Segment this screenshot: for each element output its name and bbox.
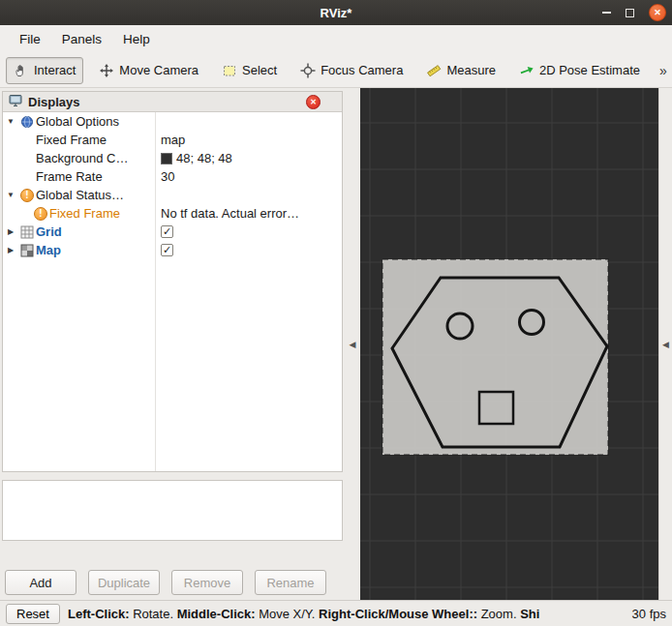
displays-buttons: Add Duplicate Remove Rename bbox=[5, 570, 326, 595]
menubar: File Panels Help bbox=[0, 25, 672, 53]
render-canvas bbox=[360, 88, 658, 600]
map-icon bbox=[18, 244, 36, 257]
expand-right-panel-icon[interactable]: ◀ bbox=[662, 340, 669, 349]
main-area: Displays ✕ ▼ Global Options bbox=[0, 88, 672, 600]
tool-label: Focus Camera bbox=[321, 63, 403, 77]
row-label: Grid bbox=[36, 224, 62, 239]
tool-2d-pose-estimate[interactable]: 2D Pose Estimate bbox=[511, 57, 648, 84]
collapse-left-icon[interactable]: ◀ bbox=[350, 340, 356, 349]
panel-splitter[interactable]: ◀ bbox=[345, 88, 360, 600]
grid-enabled-checkbox[interactable]: ✓ bbox=[161, 225, 173, 238]
remove-button[interactable]: Remove bbox=[171, 570, 243, 595]
row-label: Global Status… bbox=[36, 188, 124, 202]
row-value: No tf data. Actual error… bbox=[161, 206, 299, 221]
toolbar: Interact Move Camera Select Focus Camera… bbox=[0, 53, 672, 88]
map-enabled-checkbox[interactable]: ✓ bbox=[161, 244, 173, 256]
expand-arrow-icon[interactable]: ▼ bbox=[3, 117, 18, 126]
row-label: Global Options bbox=[36, 114, 119, 129]
panel-close-button[interactable]: ✕ bbox=[306, 95, 321, 109]
tool-label: Interact bbox=[34, 63, 76, 77]
displays-tree: ▼ Global Options Fixed Frame map bbox=[3, 112, 342, 472]
render-view[interactable] bbox=[360, 88, 658, 600]
check-icon: ✓ bbox=[163, 244, 171, 255]
mouse-help-text: Left-Click: Rotate. Middle-Click: Move X… bbox=[68, 607, 625, 621]
close-button[interactable]: ✕ bbox=[649, 4, 666, 21]
close-icon: ✕ bbox=[654, 8, 661, 17]
display-monitor-icon bbox=[9, 94, 22, 110]
tool-label: Measure bbox=[446, 63, 496, 77]
tree-row-global-options[interactable]: ▼ Global Options bbox=[3, 112, 342, 131]
statusbar: Reset Left-Click: Rotate. Middle-Click: … bbox=[0, 600, 672, 626]
warning-icon: ! bbox=[18, 189, 36, 202]
tree-row-frame-rate[interactable]: Frame Rate 30 bbox=[3, 167, 342, 186]
move-arrows-icon bbox=[99, 63, 114, 78]
tool-move-camera[interactable]: Move Camera bbox=[91, 57, 206, 84]
tool-label: 2D Pose Estimate bbox=[539, 63, 640, 77]
row-label: Frame Rate bbox=[36, 169, 103, 184]
expand-arrow-icon[interactable]: ▼ bbox=[3, 191, 18, 199]
color-swatch bbox=[161, 153, 172, 164]
expand-arrow-icon[interactable]: ▶ bbox=[3, 227, 18, 236]
displays-panel: Displays ✕ ▼ Global Options bbox=[0, 88, 345, 600]
window-controls: ✕ bbox=[602, 0, 666, 25]
titlebar: RViz* ✕ bbox=[0, 0, 672, 25]
occupancy-map bbox=[382, 259, 608, 455]
add-button[interactable]: Add bbox=[5, 570, 76, 595]
tree-row-grid[interactable]: ▶ Grid ✓ bbox=[3, 223, 342, 241]
tree-row-map[interactable]: ▶ Map ✓ bbox=[3, 241, 342, 259]
duplicate-button[interactable]: Duplicate bbox=[88, 570, 160, 595]
description-panel bbox=[2, 480, 343, 541]
tree-row-fixed-frame[interactable]: Fixed Frame map bbox=[3, 131, 342, 149]
crosshair-icon bbox=[300, 63, 316, 78]
row-value[interactable]: 48; 48; 48 bbox=[176, 151, 232, 165]
rviz-window: RViz* ✕ File Panels Help Interact Move C… bbox=[0, 0, 672, 626]
tool-focus-camera[interactable]: Focus Camera bbox=[292, 57, 411, 84]
tool-label: Select bbox=[242, 63, 277, 77]
minimize-icon[interactable] bbox=[602, 12, 611, 14]
hand-cursor-icon bbox=[14, 63, 29, 78]
toolbar-overflow-icon[interactable]: » bbox=[656, 61, 671, 80]
right-panel-strip: ◀ bbox=[658, 88, 672, 600]
tool-select[interactable]: Select bbox=[214, 57, 285, 84]
displays-treebox: Displays ✕ ▼ Global Options bbox=[2, 91, 343, 472]
tree-row-fixed-frame-status[interactable]: ! Fixed Frame No tf data. Actual error… bbox=[3, 204, 342, 223]
panel-title: Displays bbox=[28, 95, 79, 109]
check-icon: ✓ bbox=[163, 225, 171, 237]
window-title: RViz* bbox=[0, 6, 672, 20]
row-label: Fixed Frame bbox=[49, 206, 120, 221]
warning-icon: ! bbox=[32, 207, 49, 221]
row-label: Background C… bbox=[36, 151, 128, 165]
rename-button[interactable]: Rename bbox=[255, 570, 326, 595]
reset-button[interactable]: Reset bbox=[6, 604, 60, 624]
fps-counter: 30 fps bbox=[632, 607, 666, 621]
expand-arrow-icon[interactable]: ▶ bbox=[3, 246, 18, 254]
menu-file[interactable]: File bbox=[12, 29, 48, 49]
displays-panel-header: Displays ✕ bbox=[3, 92, 342, 112]
row-label: Map bbox=[36, 243, 61, 257]
tool-label: Move Camera bbox=[119, 63, 199, 77]
maximize-icon[interactable] bbox=[626, 9, 634, 17]
close-icon: ✕ bbox=[310, 98, 317, 106]
menu-help[interactable]: Help bbox=[115, 29, 158, 49]
green-arrow-icon bbox=[519, 63, 535, 78]
global-options-icon bbox=[18, 115, 36, 129]
tree-row-background-color[interactable]: Background C… 48; 48; 48 bbox=[3, 149, 342, 167]
ruler-icon bbox=[426, 63, 442, 78]
tree-row-global-status[interactable]: ▼ ! Global Status… bbox=[3, 186, 342, 204]
row-label: Fixed Frame bbox=[36, 133, 107, 147]
selection-box-icon bbox=[222, 63, 237, 78]
grid-icon bbox=[18, 225, 36, 239]
column-separator bbox=[155, 112, 156, 472]
row-value[interactable]: 30 bbox=[161, 169, 174, 184]
tool-measure[interactable]: Measure bbox=[418, 57, 504, 84]
row-value[interactable]: map bbox=[161, 133, 185, 147]
menu-panels[interactable]: Panels bbox=[54, 29, 109, 49]
tool-interact[interactable]: Interact bbox=[6, 57, 83, 84]
